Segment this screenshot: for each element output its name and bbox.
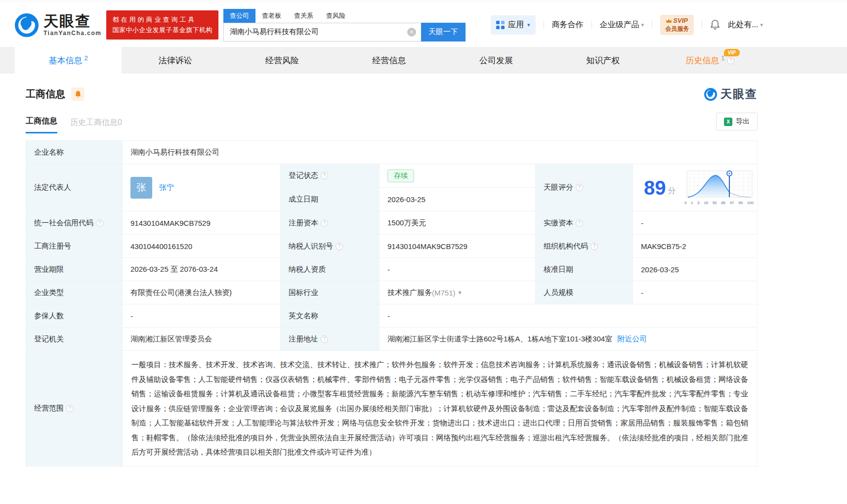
help-icon[interactable]: ? [96,219,103,227]
field-label: 国标行业 [281,281,380,304]
slogan-badge: 都在用的商业查询工具 国家中小企业发展子基金旗下机构 [106,10,218,39]
help-icon[interactable]: ? [321,336,328,343]
brand-domain: TianYanCha.com [43,30,101,36]
taxpayer-quality-value: - [380,258,536,281]
reg-address-cell: 湖南湘江新区学士街道学士路602号1栋A、1栋A地下室101-3楼304室 附近… [380,328,758,351]
table-row: 经营范围? 一般项目：技术服务、技术开发、技术咨询、技术交流、技术转让、技术推广… [26,351,758,466]
bell-icon [75,90,82,98]
apps-menu[interactable]: 应用 ▾ [491,15,536,35]
search-button[interactable]: 天眼一下 [421,23,466,42]
business-scope-value: 一般项目：技术服务、技术开发、技术咨询、技术交流、技术转让、技术推广；软件外包服… [123,351,758,466]
vip-badge: VIP [724,49,740,56]
legal-rep-link[interactable]: 张宁 [159,183,174,192]
nearby-companies-link[interactable]: 附近公司 [617,335,647,344]
company-name-value: 湖南小马易行科技有限公司 [123,141,758,164]
divider [702,21,702,29]
crown-icon [666,19,672,23]
reg-address-value: 湖南湘江新区学士街道学士路602号1栋A、1栋A地下室101-3楼304室 [387,335,612,344]
field-label: 纳税人资质 [281,258,380,281]
company-type-value: 有限责任公司(港澳台法人独资) [123,281,281,304]
svip-member-button[interactable]: SVIP 会员服务 [660,15,694,35]
field-label: 纳税人识别号? [281,235,380,258]
field-label: 经营范围? [26,351,123,466]
help-icon[interactable]: ? [591,243,598,250]
industry-value[interactable]: 技术推广服务 (M751) ▾ [380,281,536,304]
search-tab-relation[interactable]: 查关系 [288,9,320,23]
slogan-line2: 国家中小企业发展子基金旗下机构 [112,25,212,35]
main-content: 工商信息 天眼查 工商信息 历史工商信息0 X 导出 企业名称 [0,86,847,466]
industry-code: (M751) [432,289,456,297]
clear-search-icon[interactable]: × [407,28,416,37]
divider [544,21,544,29]
tab-count: 1 [721,54,724,62]
subtab-history-business-info[interactable]: 历史工商信息0 [70,118,122,133]
org-code-value: MAK9CB75-2 [633,235,758,258]
help-icon[interactable]: ? [66,405,74,412]
legal-rep-cell: 张 张宁 [123,164,281,211]
score-unit: 分 [668,186,676,196]
biz-cooperation-link[interactable]: 商务合作 [552,20,584,30]
field-label: 登记状态? [281,164,380,188]
divider [652,21,652,29]
field-label: 营业期限 [26,258,123,281]
tianyancha-mark-icon [704,88,717,101]
table-row: 登记机关 湖南湘江新区管理委员会 注册地址? 湖南湘江新区学士街道学士路602号… [26,328,758,351]
tab-operation-info[interactable]: 经营信息 [336,47,442,74]
field-label: 企业类型 [26,281,123,304]
top-header: 天眼查 TianYanCha.com 都在用的商业查询工具 国家中小企业发展子基… [0,0,847,47]
table-row: 法定代表人 张 张宁 登记状态? 存续 成立日期 2026-03-25 [26,164,758,211]
field-label: 参保人数 [26,304,123,328]
tab-legal-litigation[interactable]: 法律诉讼 [122,47,228,74]
reg-capital-value: 1500万美元 [380,211,536,235]
search-tab-risk[interactable]: 查风险 [320,9,352,23]
field-label: 成立日期 [281,188,380,211]
table-row: 工商注册号 430104400161520 纳税人识别号? 91430104MA… [26,235,758,258]
help-icon[interactable]: ? [321,219,328,227]
table-row: 营业期限 2026-03-25 至 2076-03-24 纳税人资质 - 核准日… [26,258,758,281]
brand-name: 天眼查 [43,14,101,29]
search-tab-company[interactable]: 查公司 [223,9,255,23]
tab-basic-info[interactable]: 基本信息2 [15,47,122,74]
help-icon[interactable]: ? [321,172,328,179]
subscribe-bell-button[interactable] [71,87,85,101]
score-value: 89 [644,178,666,198]
enterprise-products-menu[interactable]: 企业级产品 ▾ [600,20,644,30]
watermark-logo: 天眼查 [704,86,758,102]
tab-history-info[interactable]: VIP 历史信息1 ? [657,47,763,74]
chevron-down-icon[interactable]: ▾ [459,289,462,296]
field-label: 组织机构代码? [536,235,633,258]
header-nav: 应用 ▾ 商务合作 企业级产品 ▾ SVIP 会员服务 此处有... [491,15,763,35]
english-name-value: - [380,304,758,328]
help-icon[interactable]: ? [336,243,343,250]
export-button[interactable]: X 导出 [716,113,758,130]
table-row: 企业名称 湖南小马易行科技有限公司 [26,141,758,164]
taxpayer-id-value: 91430104MAK9CB7529 [380,235,536,258]
tab-company-development[interactable]: 公司发展 [443,47,550,74]
user-account-menu[interactable]: 此处有... ▾ [728,20,763,30]
watermark-text: 天眼查 [720,86,758,102]
tianyancha-logo[interactable]: 天眼查 TianYanCha.com [15,13,101,37]
field-label: 工商注册号 [26,235,123,258]
search-input[interactable] [224,28,421,36]
bell-curve-icon [684,170,754,199]
field-label: 人员规模 [536,281,633,304]
business-info-table: 企业名称 湖南小马易行科技有限公司 法定代表人 张 张宁 登记状态? 存续 [26,140,758,466]
tab-operation-risk[interactable]: 经营风险 [229,47,336,74]
tab-intellectual-property[interactable]: 知识产权 [550,47,656,74]
field-label: 注册地址? [281,328,380,351]
tab-count: 2 [85,54,88,62]
search-tab-boss[interactable]: 查老板 [255,9,288,23]
chart-axis-labels: 0 1 3 15 50 85 97 99 100 [684,201,754,205]
notification-bell-icon[interactable] [710,19,720,30]
help-icon[interactable]: ? [727,57,734,64]
field-label: 企业名称 [26,141,123,164]
apps-label: 应用 [508,20,524,30]
subtab-business-info[interactable]: 工商信息 [26,116,57,133]
est-date-value: 2026-03-25 [380,188,536,211]
help-icon[interactable]: ? [576,219,583,227]
staff-size-value: - [633,281,758,304]
field-label: 英文名称 [281,304,380,328]
field-label: 法定代表人 [26,164,123,211]
help-icon[interactable]: ? [576,184,583,191]
avatar[interactable]: 张 [130,177,152,199]
